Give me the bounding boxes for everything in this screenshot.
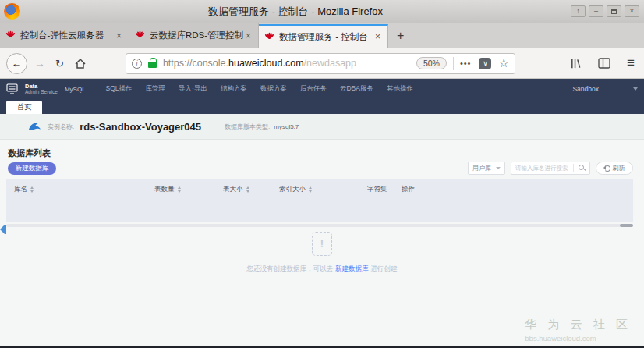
empty-text-after: 进行创建 (371, 265, 398, 272)
tab-label: 数据管理服务 - 控制台 (279, 31, 373, 43)
tab-home-page[interactable]: 首页 (6, 101, 42, 114)
instance-bar: 实例名称: rds-Sandbox-Voyager045 数据库版本类型: my… (0, 114, 644, 140)
window-controls: ↑ – × (571, 5, 639, 17)
toolbar-right-icons: ≡ (570, 55, 635, 71)
window-close-button[interactable]: × (625, 5, 639, 17)
search-divider (573, 164, 574, 172)
nav-item-db-management[interactable]: 库管理 (146, 84, 166, 94)
tab-close-icon[interactable]: × (373, 31, 382, 42)
sidebar-collapse-handle[interactable] (0, 223, 6, 236)
column-label: 表大小 (223, 185, 243, 194)
zoom-level-badge[interactable]: 50% (416, 57, 447, 69)
refresh-button[interactable]: 刷新 (596, 162, 633, 175)
url-domain: huaweicloud.com (228, 58, 304, 69)
horizontal-scrollbar[interactable] (6, 224, 633, 227)
instance-name-label: 实例名称: (48, 123, 74, 131)
home-icon (74, 58, 87, 69)
window-minimize-button[interactable]: – (589, 5, 603, 17)
column-label: 字符集 (367, 185, 387, 194)
db-version-value: mysql5.7 (274, 123, 299, 130)
sidebar-icon[interactable] (598, 58, 610, 69)
restore-icon (611, 9, 617, 14)
nav-item-import-export[interactable]: 导入·导出 (179, 84, 207, 94)
tab-das-console[interactable]: 数据管理服务 - 控制台 × (259, 24, 388, 48)
firefox-logo-icon (4, 3, 20, 20)
tab-console-ecs[interactable]: 控制台-弹性云服务器 × (0, 23, 129, 48)
section-title: 数据库列表 (8, 147, 51, 159)
das-nav-menu: SQL操作 库管理 导入·导出 结构方案 数据方案 后台任务 云DBA服务 其他… (106, 84, 413, 94)
sort-icon[interactable] (30, 186, 34, 193)
home-button[interactable] (74, 58, 87, 69)
library-icon[interactable] (570, 58, 582, 69)
empty-state-text: 您还没有创建数据库，可以去新建数据库进行创建 (0, 265, 644, 274)
empty-state: ! 您还没有创建数据库，可以去新建数据库进行创建 (0, 232, 644, 274)
sort-icon[interactable] (309, 186, 312, 193)
column-header-dbname[interactable]: 库名 (14, 185, 154, 194)
page-actions-icon[interactable]: ••• (460, 59, 472, 68)
tab-label: 云数据库RDS-管理控制台 (150, 30, 244, 41)
url-scheme: https://console. (163, 58, 228, 69)
db-version-label: 数据库版本类型: (225, 123, 270, 131)
url-bar[interactable]: i https://console.huaweicloud.com/newdas… (126, 53, 515, 74)
reload-button[interactable]: ↻ (55, 58, 64, 69)
tab-close-icon[interactable]: × (244, 30, 253, 41)
das-brand: Data Admin Service (25, 83, 58, 95)
watermark-title: 华 为 云 社 区 (525, 318, 632, 332)
table-header-row: 库名 表数量 表大小 索引大小 字符集 操作 (6, 179, 633, 222)
column-header-table-count[interactable]: 表数量 (154, 185, 223, 194)
column-label: 库名 (14, 185, 27, 194)
nav-item-structure[interactable]: 结构方案 (221, 84, 247, 94)
window-restore-button[interactable] (607, 5, 621, 17)
window-shade-button[interactable]: ↑ (571, 5, 586, 17)
chevron-down-icon (496, 167, 501, 169)
new-database-button[interactable]: 新建数据库 (8, 162, 56, 175)
chevron-down-icon[interactable] (633, 87, 638, 91)
tab-rds-console[interactable]: 云数据库RDS-管理控制台 × (129, 23, 259, 48)
column-label: 表数量 (154, 185, 175, 194)
das-logo-icon (6, 83, 21, 95)
tab-close-icon[interactable]: × (115, 30, 123, 41)
column-header-table-size[interactable]: 表大小 (223, 185, 279, 194)
engine-label: MySQL (65, 86, 86, 93)
create-database-link[interactable]: 新建数据库 (335, 265, 369, 272)
database-table: 库名 表数量 表大小 索引大小 字符集 操作 (6, 179, 633, 227)
collapse-bar-icon (5, 225, 6, 234)
https-lock-icon[interactable] (148, 62, 157, 68)
page-info-icon[interactable]: i (132, 59, 142, 69)
main-content: 数据库列表 新建数据库 用户库 刷新 库名 表数量 表 (0, 140, 644, 348)
huawei-favicon-icon (5, 30, 16, 41)
pocket-icon[interactable]: ∨ (479, 58, 491, 69)
huawei-favicon-icon (135, 30, 145, 41)
brand-line2: Admin Service (25, 90, 58, 95)
search-input[interactable] (511, 165, 573, 172)
refresh-label: 刷新 (613, 164, 625, 172)
tab-label: 控制台-弹性云服务器 (20, 30, 115, 41)
nav-item-data-scheme[interactable]: 数据方案 (260, 84, 287, 94)
new-tab-button[interactable]: + (388, 23, 412, 48)
db-type-dropdown[interactable]: 用户库 (468, 162, 505, 175)
nav-item-background-tasks[interactable]: 后台任务 (300, 84, 327, 94)
account-name[interactable]: Sandbox (572, 85, 599, 93)
sort-icon[interactable] (246, 186, 249, 193)
scrollbar-thumb[interactable] (620, 224, 633, 227)
nav-item-other[interactable]: 其他操作 (387, 84, 413, 94)
forward-button[interactable]: → (34, 57, 45, 69)
nav-item-sql[interactable]: SQL操作 (106, 84, 133, 94)
url-path: /newdasapp (304, 58, 356, 69)
sort-icon[interactable] (178, 186, 181, 193)
window-titlebar: 数据管理服务 - 控制台 - Mozilla Firefox ↑ – × (0, 0, 644, 23)
refresh-icon (604, 165, 610, 172)
back-button[interactable]: ← (6, 53, 27, 74)
browser-tabbar: 控制台-弹性云服务器 × 云数据库RDS-管理控制台 × 数据管理服务 - 控制… (0, 23, 644, 48)
bookmark-star-icon[interactable]: ☆ (498, 56, 508, 70)
column-label: 操作 (402, 185, 415, 194)
column-header-actions: 操作 (402, 185, 633, 194)
watermark-url: bbs.huaweicloud.com (525, 334, 632, 343)
column-header-index-size[interactable]: 索引大小 (279, 185, 367, 194)
url-text[interactable]: https://console.huaweicloud.com/newdasap… (163, 58, 356, 69)
column-header-charset: 字符集 (367, 185, 402, 194)
menu-icon[interactable]: ≡ (627, 55, 635, 71)
list-controls: 用户库 刷新 (468, 162, 633, 175)
nav-item-cloud-dba[interactable]: 云DBA服务 (340, 84, 373, 94)
search-icon[interactable] (579, 165, 584, 170)
